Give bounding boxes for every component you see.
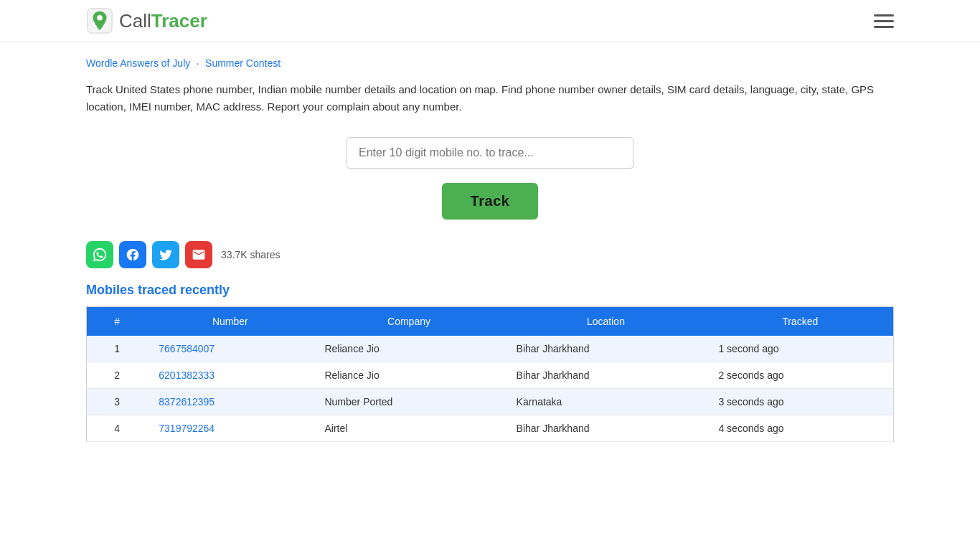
cell-phone-number[interactable]: 6201382333 [147, 362, 313, 389]
col-header-tracked: Tracked [707, 307, 893, 336]
share-count: 33.7K shares [221, 249, 281, 260]
wordle-link[interactable]: Wordle Answers of July [86, 57, 190, 69]
table-row: 38372612395Number PortedKarnataka3 secon… [87, 389, 894, 415]
logo-link[interactable]: CallTracer [86, 7, 207, 34]
cell-location: Bihar Jharkhand [505, 415, 707, 442]
cell-tracked: 4 seconds ago [707, 415, 893, 442]
traced-table: # Number Company Location Tracked 176675… [86, 306, 894, 442]
phone-input[interactable] [347, 137, 633, 169]
track-button[interactable]: Track [442, 183, 539, 220]
col-header-num: # [87, 307, 148, 336]
col-header-location: Location [505, 307, 707, 336]
site-description: Track United States phone number, Indian… [86, 81, 894, 116]
main-content: Wordle Answers of July · Summer Contest … [0, 42, 980, 456]
cell-num: 3 [87, 389, 148, 415]
recently-traced-section: Mobiles traced recently # Number Company… [86, 283, 894, 442]
contest-link[interactable]: Summer Contest [205, 57, 281, 69]
logo-text: CallTracer [119, 10, 207, 32]
table-row: 26201382333Reliance JioBihar Jharkhand2 … [87, 362, 894, 389]
cell-company: Airtel [313, 415, 504, 442]
email-share-button[interactable] [185, 241, 212, 268]
section-title: Mobiles traced recently [86, 283, 894, 298]
svg-point-1 [97, 15, 103, 21]
col-header-number: Number [147, 307, 313, 336]
cell-location: Bihar Jharkhand [505, 362, 707, 389]
cell-location: Bihar Jharkhand [505, 336, 707, 362]
header: CallTracer [0, 0, 980, 42]
cell-location: Karnataka [505, 389, 707, 415]
link-separator: · [197, 57, 199, 69]
hamburger-menu[interactable] [874, 14, 894, 28]
cell-company: Reliance Jio [313, 336, 504, 362]
cell-phone-number[interactable]: 8372612395 [147, 389, 313, 415]
cell-phone-number[interactable]: 7319792264 [147, 415, 313, 442]
twitter-icon [159, 248, 173, 262]
table-row: 47319792264AirtelBihar Jharkhand4 second… [87, 415, 894, 442]
twitter-share-button[interactable] [152, 241, 179, 268]
whatsapp-icon [92, 247, 108, 263]
search-area: Track [86, 137, 894, 220]
cell-tracked: 2 seconds ago [707, 362, 893, 389]
cell-tracked: 1 second ago [707, 336, 893, 362]
cell-num: 2 [87, 362, 148, 389]
cell-company: Number Ported [313, 389, 504, 415]
facebook-icon [126, 248, 140, 262]
cell-num: 1 [87, 336, 148, 362]
email-icon [192, 248, 206, 262]
table-row: 17667584007Reliance JioBihar Jharkhand1 … [87, 336, 894, 362]
cell-num: 4 [87, 415, 148, 442]
col-header-company: Company [313, 307, 504, 336]
links-bar: Wordle Answers of July · Summer Contest [86, 57, 894, 70]
table-header-row: # Number Company Location Tracked [87, 307, 894, 336]
cell-company: Reliance Jio [313, 362, 504, 389]
cell-tracked: 3 seconds ago [707, 389, 893, 415]
logo-pin-icon [86, 7, 113, 34]
facebook-share-button[interactable] [119, 241, 146, 268]
whatsapp-share-button[interactable] [86, 241, 113, 268]
social-share-area: 33.7K shares [86, 241, 894, 268]
cell-phone-number[interactable]: 7667584007 [147, 336, 313, 362]
